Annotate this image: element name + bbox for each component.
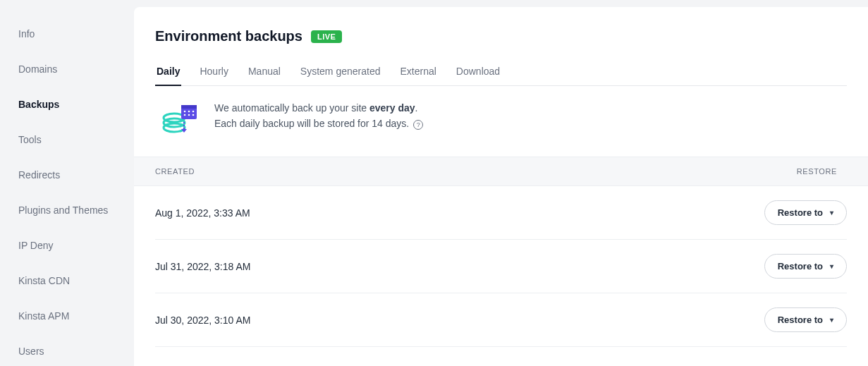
sidebar-item-kinsta-cdn[interactable]: Kinsta CDN bbox=[0, 267, 134, 295]
restore-button[interactable]: Restore to ▾ bbox=[764, 307, 847, 332]
info-line2: Each daily backup will be stored for 14 … bbox=[214, 118, 409, 129]
tab-daily[interactable]: Daily bbox=[155, 60, 181, 85]
svg-rect-4 bbox=[181, 105, 197, 109]
info-line1-bold: every day bbox=[369, 102, 415, 114]
sidebar-item-redirects[interactable]: Redirects bbox=[0, 161, 134, 189]
restore-button-label: Restore to bbox=[778, 207, 823, 218]
svg-point-6 bbox=[188, 111, 190, 113]
svg-point-9 bbox=[188, 114, 190, 116]
col-restore: RESTORE bbox=[797, 167, 837, 176]
tab-download[interactable]: Download bbox=[455, 60, 501, 85]
chevron-down-icon: ▾ bbox=[830, 262, 833, 270]
svg-point-8 bbox=[184, 114, 186, 116]
tab-manual[interactable]: Manual bbox=[247, 60, 282, 85]
backup-calendar-icon bbox=[159, 100, 199, 137]
sidebar-item-backups[interactable]: Backups bbox=[0, 90, 134, 118]
tab-system-generated[interactable]: System generated bbox=[299, 60, 382, 85]
page-title: Environment backups bbox=[155, 28, 302, 44]
main-panel: Environment backups LIVE Daily Hourly Ma… bbox=[134, 7, 868, 366]
svg-point-10 bbox=[192, 114, 195, 116]
table-row: Jul 31, 2022, 3:18 AM Restore to ▾ bbox=[155, 240, 847, 293]
info-banner: We automatically back up your site every… bbox=[155, 86, 847, 157]
created-cell: Jul 31, 2022, 3:18 AM bbox=[155, 261, 250, 272]
tab-external[interactable]: External bbox=[398, 60, 437, 85]
tabs: Daily Hourly Manual System generated Ext… bbox=[155, 60, 847, 86]
created-cell: Aug 1, 2022, 3:33 AM bbox=[155, 207, 250, 219]
svg-point-5 bbox=[184, 111, 186, 113]
sidebar-item-users[interactable]: Users bbox=[0, 337, 134, 365]
restore-button-label: Restore to bbox=[778, 315, 823, 325]
sidebar-item-domains[interactable]: Domains bbox=[0, 55, 134, 83]
restore-button[interactable]: Restore to ▾ bbox=[764, 200, 847, 225]
chevron-down-icon: ▾ bbox=[830, 316, 833, 324]
restore-button[interactable]: Restore to ▾ bbox=[764, 254, 847, 279]
tab-hourly[interactable]: Hourly bbox=[198, 60, 229, 85]
table-row: Jul 30, 2022, 3:10 AM Restore to ▾ bbox=[155, 293, 847, 347]
table-row: Aug 1, 2022, 3:33 AM Restore to ▾ bbox=[155, 186, 847, 240]
sidebar-item-kinsta-apm[interactable]: Kinsta APM bbox=[0, 302, 134, 330]
sidebar: Info Domains Backups Tools Redirects Plu… bbox=[0, 0, 134, 366]
table-header: CREATED RESTORE bbox=[134, 157, 868, 186]
info-line1-suffix: . bbox=[415, 102, 418, 114]
restore-button-label: Restore to bbox=[778, 261, 823, 272]
sidebar-item-tools[interactable]: Tools bbox=[0, 126, 134, 154]
chevron-down-icon: ▾ bbox=[830, 209, 833, 216]
info-line1-prefix: We automatically back up your site bbox=[214, 102, 369, 114]
col-created: CREATED bbox=[155, 167, 195, 176]
help-icon[interactable]: ? bbox=[413, 120, 423, 130]
sidebar-item-info[interactable]: Info bbox=[0, 20, 134, 48]
svg-point-7 bbox=[192, 111, 195, 113]
environment-badge: LIVE bbox=[311, 30, 342, 43]
sidebar-item-ip-deny[interactable]: IP Deny bbox=[0, 231, 134, 260]
info-text: We automatically back up your site every… bbox=[214, 100, 423, 137]
page-header: Environment backups LIVE bbox=[155, 28, 847, 44]
sidebar-item-plugins-themes[interactable]: Plugins and Themes bbox=[0, 196, 134, 224]
created-cell: Jul 30, 2022, 3:10 AM bbox=[155, 315, 250, 326]
